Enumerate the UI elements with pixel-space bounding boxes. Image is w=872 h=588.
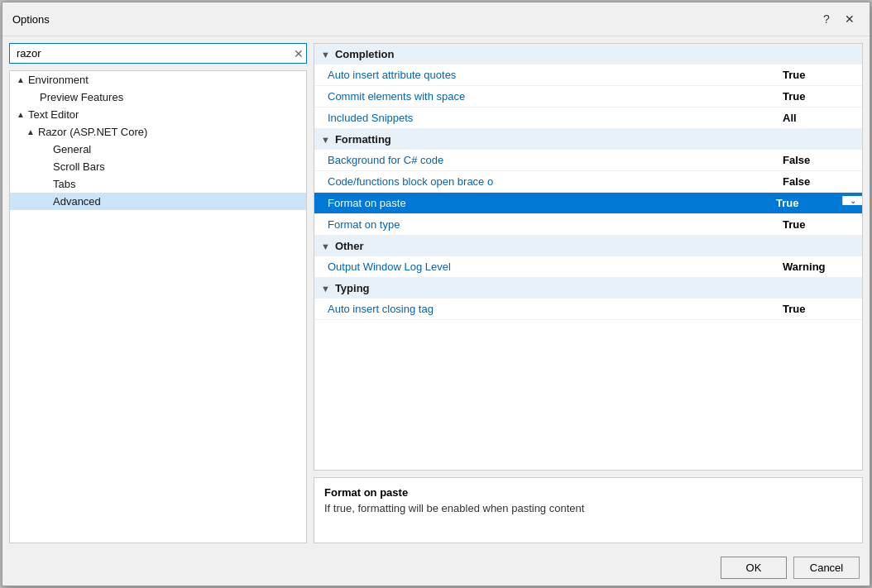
- prop-value-completion-2: All: [783, 112, 849, 124]
- prop-row-formatting-2[interactable]: Format on pasteTrue⌄: [314, 193, 862, 214]
- tree-label-scroll-bars: Scroll Bars: [53, 160, 105, 173]
- collapse-arrow-completion: ▼: [321, 50, 330, 60]
- prop-value-formatting-0: False: [783, 154, 849, 166]
- section-label-other: Other: [335, 240, 364, 252]
- prop-row-formatting-0[interactable]: Background for C# codeFalse: [314, 150, 862, 171]
- description-area: Format on paste If true, formatting will…: [314, 477, 863, 543]
- dialog-footer: OK Cancel: [2, 550, 870, 586]
- prop-row-other-0[interactable]: Output Window Log LevelWarning: [314, 256, 862, 278]
- prop-row-completion-2[interactable]: Included SnippetsAll: [314, 108, 862, 129]
- tree-arrow-environment: ▲: [17, 75, 25, 84]
- search-box: ✕: [9, 43, 307, 64]
- tree-arrow-razor: ▲: [26, 127, 35, 136]
- prop-name-completion-1: Commit elements with space: [328, 90, 783, 103]
- properties-area: ▼CompletionAuto insert attribute quotesT…: [314, 43, 863, 471]
- tree-label-text-editor: Text Editor: [28, 108, 79, 121]
- section-header-completion[interactable]: ▼Completion: [314, 44, 862, 65]
- prop-value-other-0: Warning: [783, 261, 849, 273]
- title-bar: Options ? ✕: [2, 2, 870, 36]
- prop-name-formatting-3: Format on type: [328, 218, 783, 231]
- prop-value-formatting-1: False: [783, 175, 849, 188]
- tree-item-advanced[interactable]: Advanced: [10, 193, 306, 210]
- tree-item-general[interactable]: General: [10, 141, 306, 158]
- prop-row-formatting-1[interactable]: Code/functions block open brace oFalse: [314, 171, 862, 193]
- prop-name-formatting-0: Background for C# code: [328, 154, 783, 166]
- prop-value-formatting-3: True: [783, 218, 849, 231]
- tree-item-tabs[interactable]: Tabs: [10, 175, 306, 193]
- prop-value-formatting-2: True: [776, 197, 842, 209]
- section-label-typing: Typing: [335, 282, 370, 294]
- prop-row-typing-0[interactable]: Auto insert closing tagTrue: [314, 299, 862, 320]
- collapse-arrow-typing: ▼: [321, 284, 330, 294]
- tree-label-tabs: Tabs: [53, 178, 75, 190]
- tree-item-scroll-bars[interactable]: Scroll Bars: [10, 158, 306, 175]
- tree-item-environment[interactable]: ▲Environment: [10, 71, 306, 88]
- dialog-title: Options: [12, 13, 50, 26]
- prop-row-formatting-3[interactable]: Format on typeTrue: [314, 214, 862, 236]
- search-clear-button[interactable]: ✕: [294, 48, 304, 60]
- close-button[interactable]: ✕: [840, 9, 860, 29]
- dialog-body: ✕ ▲EnvironmentPreview Features▲Text Edit…: [2, 36, 870, 550]
- section-header-other[interactable]: ▼Other: [314, 236, 862, 256]
- prop-value-completion-0: True: [783, 69, 849, 81]
- prop-name-typing-0: Auto insert closing tag: [328, 303, 783, 315]
- prop-value-typing-0: True: [783, 303, 849, 315]
- section-header-formatting[interactable]: ▼Formatting: [314, 129, 862, 150]
- prop-name-completion-2: Included Snippets: [328, 112, 783, 124]
- description-text: If true, formatting will be enabled when…: [324, 502, 852, 514]
- title-buttons: ? ✕: [817, 9, 860, 29]
- cancel-button[interactable]: Cancel: [793, 557, 860, 579]
- tree-item-text-editor[interactable]: ▲Text Editor: [10, 106, 306, 123]
- tree: ▲EnvironmentPreview Features▲Text Editor…: [9, 70, 307, 543]
- tree-item-preview-features[interactable]: Preview Features: [10, 88, 306, 106]
- prop-value-completion-1: True: [783, 90, 849, 103]
- tree-item-razor[interactable]: ▲Razor (ASP.NET Core): [10, 123, 306, 141]
- ok-button[interactable]: OK: [721, 557, 787, 579]
- description-title: Format on paste: [324, 486, 852, 499]
- prop-name-other-0: Output Window Log Level: [328, 261, 783, 273]
- collapse-arrow-formatting: ▼: [321, 135, 330, 145]
- section-label-completion: Completion: [335, 48, 395, 60]
- tree-label-general: General: [53, 143, 91, 155]
- options-dialog: Options ? ✕ ✕ ▲EnvironmentPreview Featur…: [2, 2, 870, 586]
- right-panel: ▼CompletionAuto insert attribute quotesT…: [314, 43, 863, 543]
- dropdown-arrow-formatting-2[interactable]: ⌄: [842, 196, 862, 205]
- search-input[interactable]: [9, 43, 307, 64]
- prop-row-completion-1[interactable]: Commit elements with spaceTrue: [314, 86, 862, 108]
- prop-row-completion-0[interactable]: Auto insert attribute quotesTrue: [314, 65, 862, 86]
- help-button[interactable]: ?: [817, 9, 836, 29]
- tree-label-advanced: Advanced: [53, 195, 101, 208]
- prop-name-formatting-1: Code/functions block open brace o: [328, 175, 783, 188]
- tree-label-environment: Environment: [28, 74, 89, 86]
- section-header-typing[interactable]: ▼Typing: [314, 278, 862, 299]
- section-label-formatting: Formatting: [335, 133, 391, 146]
- prop-name-completion-0: Auto insert attribute quotes: [328, 69, 783, 81]
- tree-arrow-text-editor: ▲: [17, 110, 25, 119]
- left-panel: ✕ ▲EnvironmentPreview Features▲Text Edit…: [9, 43, 307, 543]
- collapse-arrow-other: ▼: [321, 241, 330, 251]
- prop-name-formatting-2: Format on paste: [328, 197, 776, 209]
- tree-label-razor: Razor (ASP.NET Core): [38, 126, 147, 138]
- tree-label-preview-features: Preview Features: [40, 91, 123, 103]
